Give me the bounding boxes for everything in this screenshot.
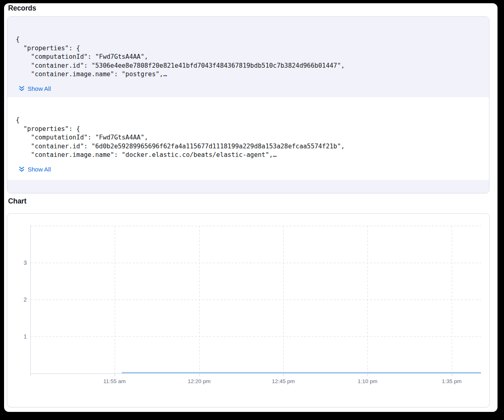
chart-plot-area[interactable]: 12311:55 am12:20 pm12:45 pm1:10 pm1:35 p… — [31, 226, 481, 373]
show-all-button[interactable]: Show All — [19, 165, 51, 174]
x-axis-tick-label: 1:10 pm — [343, 378, 392, 385]
y-axis-tick-label: 2 — [12, 296, 27, 304]
chart-series-layer — [31, 226, 481, 373]
x-axis-tick — [452, 373, 452, 376]
record-row-partial — [7, 180, 489, 193]
x-axis-tick-label: 11:55 am — [90, 378, 139, 385]
record-json-preview: { "properties": { "computationId": "Fwd7… — [7, 17, 489, 79]
show-all-button[interactable]: Show All — [19, 84, 51, 93]
app-window: Records { "properties": { "computationId… — [4, 3, 498, 412]
x-axis-tick-label: 12:20 pm — [175, 378, 224, 385]
double-chevron-down-icon — [19, 86, 25, 92]
show-all-label: Show All — [28, 165, 51, 174]
x-axis-tick — [283, 373, 284, 376]
chart-panel: 12311:55 am12:20 pm12:45 pm1:10 pm1:35 p… — [7, 213, 490, 407]
double-chevron-down-icon — [19, 166, 25, 172]
x-axis-line — [30, 373, 481, 374]
records-heading: Records — [8, 4, 36, 13]
record-json-preview: { "properties": { "computationId": "Fwd7… — [7, 97, 489, 160]
y-axis-tick-label: 1 — [12, 332, 27, 341]
record-item: { "properties": { "computationId": "Fwd7… — [7, 97, 489, 180]
x-axis-tick — [199, 373, 200, 376]
chart-heading: Chart — [8, 197, 26, 206]
x-axis-tick-label: 12:45 pm — [259, 378, 308, 385]
x-axis-tick — [367, 373, 368, 376]
x-axis-tick-label: 1:35 pm — [427, 378, 476, 385]
show-all-label: Show All — [28, 84, 51, 93]
record-item: { "properties": { "computationId": "Fwd7… — [7, 17, 489, 97]
y-axis-tick-label: 3 — [12, 259, 27, 267]
records-panel: { "properties": { "computationId": "Fwd7… — [7, 16, 489, 193]
x-axis-tick — [115, 373, 115, 376]
